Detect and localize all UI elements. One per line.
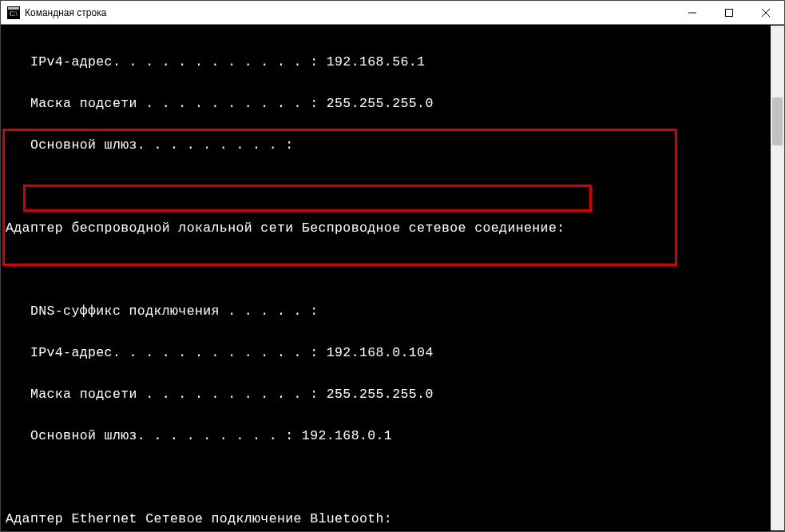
console-output[interactable]: IPv4-адрес. . . . . . . . . . . . : 192.… (1, 25, 784, 531)
cmd-icon: C:\ (7, 6, 20, 19)
output-line: DNS-суффикс подключения . . . . . : (1, 301, 784, 322)
output-line: Маска подсети . . . . . . . . . . : 255.… (1, 384, 784, 405)
output-line-ipv4: IPv4-адрес. . . . . . . . . . . . : 192.… (1, 343, 784, 363)
adapter-header-bluetooth: Адаптер Ethernet Сетевое подключение Blu… (1, 509, 784, 530)
output-line: IPv4-адрес. . . . . . . . . . . . : 192.… (1, 52, 784, 73)
output-line: Маска подсети . . . . . . . . . . : 255.… (1, 93, 784, 114)
minimize-button[interactable] (674, 1, 711, 25)
output-line (1, 260, 784, 280)
output-line (1, 467, 784, 488)
window-titlebar[interactable]: C:\ Командная строка (1, 1, 784, 25)
close-button[interactable] (747, 1, 784, 25)
output-line: Основной шлюз. . . . . . . . . : 192.168… (1, 426, 784, 447)
svg-rect-4 (726, 9, 733, 16)
svg-text:C:\: C:\ (10, 10, 18, 18)
scrollbar-thumb[interactable] (772, 97, 783, 145)
output-line (1, 177, 784, 197)
command-prompt-window: C:\ Командная строка IPv4-адрес. . . . .… (0, 0, 785, 532)
output-line: Основной шлюз. . . . . . . . . : (1, 135, 784, 156)
vertical-scrollbar[interactable] (771, 26, 784, 530)
maximize-button[interactable] (711, 1, 747, 25)
adapter-header-wifi: Адаптер беспроводной локальной сети Бесп… (1, 218, 784, 239)
window-title: Командная строка (25, 7, 106, 18)
svg-rect-1 (8, 7, 19, 10)
